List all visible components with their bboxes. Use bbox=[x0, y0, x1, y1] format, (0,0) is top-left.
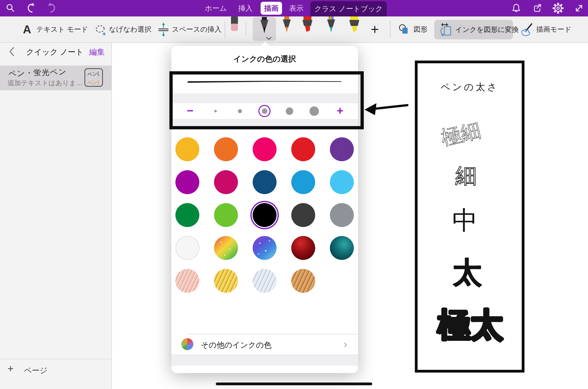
shapes-button[interactable]: 図形 bbox=[414, 16, 428, 42]
divider bbox=[187, 334, 358, 334]
ink-to-shape-label: インクを図形に変換 bbox=[455, 20, 519, 39]
color-swatch-gold[interactable] bbox=[214, 269, 238, 293]
yellow-highlighter-tool[interactable] bbox=[346, 16, 362, 33]
orange-pen-tool[interactable] bbox=[279, 16, 294, 34]
page-item-title: ペン・蛍光ペン bbox=[8, 67, 67, 79]
share-icon[interactable] bbox=[530, 0, 544, 16]
color-swatch-gray[interactable] bbox=[330, 203, 354, 227]
color-swatch-hot-pink[interactable] bbox=[253, 137, 277, 161]
sample-ultra-fine: 極細 bbox=[439, 119, 483, 149]
color-swatch-dark-blue[interactable] bbox=[253, 170, 277, 194]
add-page-label: ページ bbox=[24, 365, 47, 376]
add-page-button[interactable]: + ページ bbox=[0, 359, 111, 379]
color-swatch-black-selected[interactable] bbox=[253, 203, 277, 227]
edit-button[interactable]: 編集 bbox=[89, 47, 105, 57]
popover-arrow-tip bbox=[261, 42, 269, 46]
color-swatch-yellow[interactable] bbox=[175, 137, 199, 161]
color-swatch-purple[interactable] bbox=[330, 137, 354, 161]
color-swatch-blue[interactable] bbox=[291, 170, 315, 194]
insert-space-button[interactable]: スペースの挿入 bbox=[172, 16, 221, 42]
plus-icon: + bbox=[7, 363, 14, 375]
shapes-icon bbox=[398, 23, 411, 36]
color-swatch-bronze[interactable] bbox=[291, 269, 315, 293]
expand-icon[interactable] bbox=[572, 0, 586, 16]
color-swatch-red-smoke[interactable] bbox=[291, 236, 315, 260]
ink-to-shape-toggle[interactable]: インクを図形に変換 bbox=[434, 20, 513, 39]
insert-space-icon bbox=[157, 22, 170, 37]
settings-icon[interactable] bbox=[551, 0, 565, 16]
page-list-item-selected[interactable]: ペン・蛍光ペン 追加テキストはありま… ペン( ペン) bbox=[0, 66, 111, 90]
color-swatch-raspberry[interactable] bbox=[214, 170, 238, 194]
color-swatch-silver[interactable] bbox=[253, 269, 277, 293]
page-thumbnail: ペン( ペン) bbox=[84, 68, 103, 87]
top-app-bar: ホーム 挿入 描画 表示 クラス ノートブック bbox=[0, 0, 588, 16]
color-wheel-icon bbox=[181, 338, 193, 350]
ink-to-shape-icon bbox=[439, 23, 452, 37]
sample-bold: 太 bbox=[453, 256, 482, 289]
page-item-subtitle: 追加テキストはありま… bbox=[7, 78, 83, 87]
color-swatch-magenta[interactable] bbox=[175, 170, 199, 194]
color-swatch-sky-blue[interactable] bbox=[330, 170, 354, 194]
add-pen-button[interactable]: + bbox=[371, 16, 379, 42]
back-chevron-icon[interactable] bbox=[9, 47, 14, 56]
color-swatch-rose-gold[interactable] bbox=[175, 269, 199, 293]
onenote-app: ホーム 挿入 描画 表示 クラス ノートブック bbox=[0, 0, 588, 389]
handwriting-samples: 極細 細 中 太 極太 bbox=[418, 63, 522, 370]
eraser-tool[interactable] bbox=[230, 16, 238, 31]
draw-toolbar: A テキスト モード なげなわ選択 スペースの挿入 bbox=[0, 16, 588, 43]
color-swatch-galaxy[interactable] bbox=[253, 236, 277, 260]
bell-icon[interactable] bbox=[509, 0, 523, 16]
draw-mode-icon bbox=[520, 23, 534, 37]
width-control-annotation-box bbox=[169, 71, 364, 129]
tab-view[interactable]: 表示 bbox=[289, 0, 303, 16]
more-ink-colors-button[interactable]: その他のインクの色 bbox=[201, 340, 272, 350]
thumb-text-orange: ペン) bbox=[87, 78, 102, 86]
color-palette bbox=[175, 137, 354, 293]
chevron-right-icon: › bbox=[343, 338, 348, 351]
galaxy-pen-tool[interactable] bbox=[324, 16, 339, 34]
color-swatch-dark-gray[interactable] bbox=[291, 203, 315, 227]
color-swatch-rainbow-glitter[interactable] bbox=[214, 236, 238, 260]
color-swatch-orange[interactable] bbox=[214, 137, 238, 161]
red-highlighter-tool[interactable] bbox=[299, 16, 315, 33]
lasso-select-button[interactable]: なげなわ選択 bbox=[109, 16, 151, 42]
undo-icon[interactable] bbox=[24, 0, 38, 16]
notebook-title: クイック ノート bbox=[25, 47, 85, 57]
text-mode-button[interactable]: テキスト モード bbox=[36, 16, 88, 42]
color-swatch-white[interactable] bbox=[175, 236, 199, 260]
thumb-text-black: ペン( bbox=[87, 70, 102, 78]
redo-icon[interactable] bbox=[44, 0, 58, 16]
search-icon[interactable] bbox=[3, 0, 17, 16]
color-swatch-red[interactable] bbox=[291, 137, 315, 161]
text-mode-icon: A bbox=[23, 16, 31, 42]
sample-fine: 細 bbox=[455, 163, 477, 187]
draw-mode-button[interactable]: 描画モード bbox=[536, 16, 571, 42]
lasso-icon bbox=[94, 24, 107, 37]
tab-class-notebook[interactable]: クラス ノートブック bbox=[310, 1, 387, 16]
sample-medium: 中 bbox=[452, 206, 478, 234]
tab-draw[interactable]: 描画 bbox=[261, 2, 282, 15]
color-swatch-green[interactable] bbox=[175, 203, 199, 227]
color-swatch-light-green[interactable] bbox=[214, 203, 238, 227]
black-pen-tool-selected[interactable] bbox=[253, 17, 276, 41]
chevron-down-icon bbox=[266, 37, 272, 40]
popover-title: インクの色の選択 bbox=[171, 54, 358, 64]
pen-thickness-annotation-panel: ペンの太さ 極細 細 中 太 極太 bbox=[415, 61, 524, 373]
page-list-sidebar: クイック ノート 編集 ペン・蛍光ペン 追加テキストはありま… ペン( ペン) … bbox=[0, 42, 112, 389]
tab-insert[interactable]: 挿入 bbox=[238, 0, 253, 16]
sample-extra-bold: 極太 bbox=[438, 307, 503, 343]
band bbox=[171, 354, 358, 366]
home-indicator-bar[interactable] bbox=[216, 383, 372, 385]
color-swatch-teal-smoke[interactable] bbox=[330, 236, 354, 260]
annotation-arrow bbox=[363, 98, 412, 120]
tab-home[interactable]: ホーム bbox=[205, 0, 227, 16]
popover-footer bbox=[171, 366, 358, 373]
